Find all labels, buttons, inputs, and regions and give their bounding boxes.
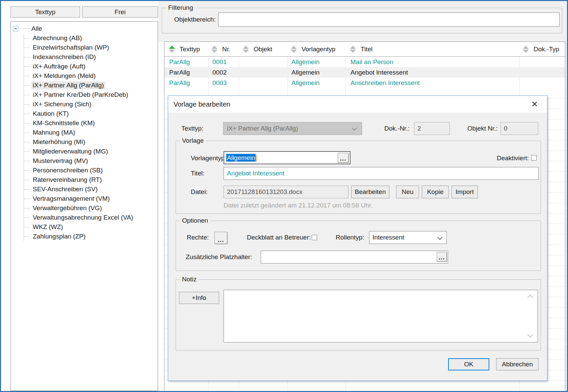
datei-note: Datei zuletzt geändert am 21.12.2017 um … (224, 200, 373, 211)
tree-item-mitgliederverwaltung[interactable]: Mitgliederverwaltung (MG) (11, 147, 158, 156)
ok-button[interactable]: OK (448, 358, 489, 370)
tree-item-wkz[interactable]: WKZ (WZ) (11, 222, 158, 232)
deaktiviert-checkbox[interactable] (531, 155, 537, 161)
vorlage-group: Vorlage Vorlagentyp: Allgemein ... Deakt… (176, 141, 541, 214)
header-dok-typ[interactable]: Dok.-Typ (523, 42, 559, 57)
tree-item-ix-meldungen[interactable]: iX+ Meldungen (Meld) (11, 71, 158, 81)
tree-item-ix-partner-allg[interactable]: iX+ Partner Allg (ParAllg) (11, 81, 158, 90)
optionen-group: Optionen Rechte: ... Deckblatt an Betreu… (176, 221, 541, 271)
datei-input[interactable]: 20171128160131203.docx (224, 186, 348, 198)
vorlagentyp-input[interactable]: Allgemein ... (224, 151, 351, 164)
vorlagentyp-ellipsis-button[interactable]: ... (338, 153, 348, 163)
abbrechen-button[interactable]: Abbrechen (496, 358, 539, 370)
tree-item-einzelwirtschaftsplan[interactable]: Einzelwirtschaftsplan (WP) (11, 43, 158, 52)
datei-label: Datei: (191, 186, 208, 198)
texttyp-tab-label: Texttyp (35, 8, 55, 16)
texttyp-tab-button[interactable]: Texttyp (10, 6, 80, 18)
titel-input[interactable]: Angebot Interessent (224, 167, 539, 180)
table-row[interactable]: ParAllg 0003 Allgemein Anschreiben Inter… (164, 78, 565, 88)
dok-nr-label: Dok.-Nr.: (384, 122, 410, 135)
tree-item-ix-sicherung[interactable]: iX+ Sicherung (Sich) (11, 100, 158, 109)
texttyp-tree: Alle Abrechnung (AB) Einzelwirtschaftspl… (10, 21, 158, 391)
chevron-down-icon (437, 235, 443, 240)
tree-item-personenschreiben[interactable]: Personenschreiben (SB) (11, 166, 158, 175)
sort-diamond-icon (350, 46, 356, 53)
tree-item-mahnung[interactable]: Mahnung (MA) (11, 128, 158, 137)
vorlage-group-label: Vorlage (180, 137, 206, 144)
objektbereich-label: Objektbereich: (174, 12, 216, 27)
texttyp-combobox[interactable]: iX+ Partner Allg (ParAllg) (223, 122, 362, 135)
deckblatt-checkbox[interactable] (312, 235, 317, 240)
rollentyp-dropdown[interactable]: Interessent (369, 231, 447, 244)
objekt-nr-input[interactable]: 0 (500, 122, 538, 135)
table-row[interactable]: ParAllg 0002 Allgemein Angebot Interesse… (164, 67, 565, 78)
table-header: Texttyp Nr. Objekt Vorlagentyp Titel Dok… (164, 42, 565, 57)
notiz-group-label: Notiz (180, 276, 199, 283)
optionen-group-label: Optionen (180, 217, 210, 224)
notiz-textarea[interactable] (224, 290, 538, 342)
neu-button[interactable]: Neu (396, 186, 419, 198)
tree-item-kaution[interactable]: Kaution (KT) (11, 109, 158, 118)
platzhalter-ellipsis-button[interactable]: ... (437, 252, 447, 261)
dok-nr-input[interactable]: 2 (414, 122, 450, 135)
close-icon[interactable]: ✕ (530, 99, 540, 109)
tree-item-verwaltergebuehren[interactable]: Verwaltergebühren (VG) (11, 203, 158, 213)
sort-diamond-icon (291, 46, 297, 53)
rechte-ellipsis-button[interactable]: ... (214, 232, 227, 244)
frei-tab-label: Frei (114, 8, 126, 16)
vorlagentyp-label: Vorlagentyp: (191, 152, 227, 164)
tree-item-sev-anschreiben[interactable]: SEV-Anschreiben (SV) (11, 185, 158, 194)
rechte-label: Rechte: (187, 231, 209, 244)
sort-diamond-icon (523, 46, 529, 53)
bearbeiten-button[interactable]: Bearbeiten (351, 186, 389, 198)
dialog-titlebar[interactable]: Vorlage bearbeiten ✕ (168, 96, 547, 113)
tree-item-ratenvereinbarung[interactable]: Ratenvereinbarung (RT) (11, 175, 158, 185)
minus-expander-icon[interactable] (13, 26, 18, 31)
deaktiviert-label: Deaktiviert: (497, 152, 529, 164)
header-titel[interactable]: Titel (350, 42, 372, 57)
tree-item-abrechnung[interactable]: Abrechnung (AB) (11, 33, 158, 43)
tree-item-verwaltungsabrechnung[interactable]: Verwaltungsabrechnung Excel (VA) (11, 213, 158, 222)
filterung-group: Filterung Objektbereich: (162, 8, 562, 33)
chevron-down-icon (352, 125, 357, 131)
vorlage-bearbeiten-dialog: Vorlage bearbeiten ✕ Texttyp: iX+ Partne… (168, 95, 547, 381)
filterung-group-label: Filterung (166, 4, 195, 11)
tree-item-zahlungsplan[interactable]: Zahlungsplan (ZP) (11, 232, 158, 241)
text-caret (256, 155, 257, 162)
tree-item-vertragsmanagement[interactable]: Vertragsmanagement (VM) (11, 194, 158, 203)
kopie-button[interactable]: Kopie (422, 186, 449, 198)
titel-label: Titel: (191, 167, 204, 180)
tree-item-mieterhoehung[interactable]: Mieterhöhung (MI) (11, 137, 158, 147)
tree-item-ix-auftraege[interactable]: iX+ Aufträge (Auft) (11, 62, 158, 71)
objekt-nr-label: Objekt Nr.: (467, 122, 498, 135)
rollentyp-label: Rollentyp: (336, 231, 364, 244)
vorlagentyp-selected-text: Allgemein (226, 154, 256, 162)
texttyp-label: Texttyp: (181, 122, 203, 135)
info-button[interactable]: +Info (179, 292, 219, 304)
deckblatt-label: Deckblatt an Betreuer: (247, 231, 311, 244)
scroll-down-icon[interactable] (527, 332, 533, 338)
platzhalter-input[interactable]: ... (261, 251, 448, 263)
notiz-group: Notiz +Info (176, 279, 541, 351)
tree-item-mustervertrag[interactable]: Mustervertrag (MV) (11, 156, 158, 166)
dialog-title: Vorlage bearbeiten (174, 101, 230, 108)
tree-item-ix-partner-kredeb[interactable]: iX+ Partner Kre/Deb (ParKreDeb) (11, 90, 158, 100)
tree-root-label: Alle (31, 25, 42, 32)
header-vorlagentyp[interactable]: Vorlagentyp (291, 42, 335, 57)
app-window: Texttyp Frei Alle Abrechnung (AB) Einzel… (0, 0, 568, 392)
sort-asc-icon (169, 46, 175, 53)
objektbereich-input[interactable] (218, 12, 560, 27)
tree-item-km-schnittstelle[interactable]: KM-Schnittstelle (KM) (11, 118, 158, 128)
right-edge-strip (565, 42, 567, 391)
table-row[interactable]: ParAllg 0001 Allgemein Mail an Person (164, 57, 565, 67)
tree-root-alle[interactable]: Alle (11, 24, 158, 34)
frei-tab-button[interactable]: Frei (82, 6, 158, 18)
header-texttyp[interactable]: Texttyp (169, 42, 200, 57)
header-nr[interactable]: Nr. (211, 42, 230, 57)
tree-item-indexanschreiben[interactable]: Indexanschreiben (ID) (11, 52, 158, 62)
platzhalter-label: Zusätzliche Platzhalter: (186, 251, 252, 263)
sort-diamond-icon (243, 46, 249, 53)
import-button[interactable]: Import (451, 186, 478, 198)
header-objekt[interactable]: Objekt (243, 42, 272, 57)
scroll-up-icon[interactable] (527, 295, 533, 301)
